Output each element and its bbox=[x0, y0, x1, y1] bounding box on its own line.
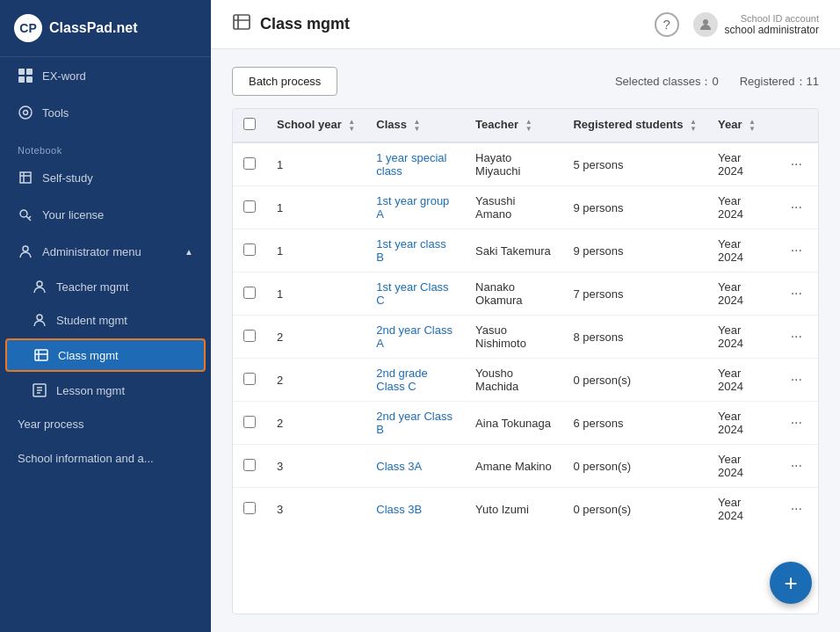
row-class: 1st year class B bbox=[366, 229, 465, 272]
tool-icon bbox=[18, 105, 33, 120]
table-row: 1 1 year special class Hayato Miyauchi 5… bbox=[233, 142, 818, 186]
row-menu-button[interactable]: ··· bbox=[786, 370, 807, 389]
class-link[interactable]: 1st year Class C bbox=[376, 280, 448, 307]
sidebar-item-school-info[interactable]: School information and a... bbox=[0, 441, 211, 476]
teacher-mgmt-label: Teacher mgmt bbox=[56, 280, 128, 294]
svg-rect-0 bbox=[18, 69, 25, 75]
row-teacher: Yousho Machida bbox=[465, 359, 562, 402]
row-registered: 8 persons bbox=[562, 316, 707, 359]
sidebar: CP ClassPad.net EX-word Tools Notebook S… bbox=[0, 0, 211, 632]
row-teacher: Hayato Miyauchi bbox=[465, 142, 562, 186]
student-icon bbox=[32, 312, 47, 328]
th-registered-students[interactable]: Registered students ▲▼ bbox=[562, 109, 707, 142]
row-menu-button[interactable]: ··· bbox=[786, 155, 807, 174]
table-row: 2 2nd grade Class C Yousho Machida 0 per… bbox=[233, 359, 818, 402]
logo-icon: CP bbox=[14, 14, 42, 42]
row-menu-button[interactable]: ··· bbox=[786, 327, 807, 346]
logo-text: ClassPad.net bbox=[49, 20, 137, 36]
header-right: ? School ID account school administrator bbox=[655, 12, 819, 37]
row-actions: ··· bbox=[775, 402, 818, 445]
class-link[interactable]: 1st year class B bbox=[376, 237, 445, 264]
year-process-label: Year process bbox=[18, 418, 83, 431]
row-class: 1st year group A bbox=[366, 186, 465, 229]
class-link[interactable]: 1 year special class bbox=[376, 151, 446, 178]
row-school-year: 1 bbox=[266, 229, 366, 272]
sidebar-item-your-license[interactable]: Your license bbox=[0, 196, 211, 233]
row-checkbox-cell bbox=[233, 272, 266, 316]
row-checkbox[interactable] bbox=[243, 502, 256, 514]
row-school-year: 2 bbox=[266, 316, 366, 359]
class-link[interactable]: Class 3A bbox=[376, 460, 422, 473]
row-class: Class 3A bbox=[366, 445, 465, 488]
row-class: 1 year special class bbox=[366, 142, 465, 186]
row-menu-button[interactable]: ··· bbox=[786, 198, 807, 217]
sidebar-item-class-mgmt[interactable]: Class mgmt bbox=[5, 338, 206, 372]
table-header-row: School year ▲▼ Class ▲▼ Teacher ▲▼ bbox=[233, 109, 818, 142]
table-row: 2 2nd year Class A Yasuo Nishimoto 8 per… bbox=[233, 316, 818, 359]
svg-point-13 bbox=[703, 19, 708, 25]
sidebar-admin-menu[interactable]: Administrator menu ▲ bbox=[0, 233, 211, 270]
th-actions bbox=[775, 109, 818, 142]
user-id: School ID account bbox=[725, 13, 819, 24]
logo-area[interactable]: CP ClassPad.net bbox=[0, 0, 211, 57]
svg-point-6 bbox=[20, 210, 27, 217]
page-title: Class mgmt bbox=[260, 15, 350, 33]
class-link[interactable]: Class 3B bbox=[376, 503, 422, 516]
year-sort: ▲▼ bbox=[749, 119, 756, 133]
sidebar-item-year-process[interactable]: Year process bbox=[0, 407, 211, 441]
th-checkbox bbox=[233, 109, 266, 142]
sidebar-item-student-mgmt[interactable]: Student mgmt bbox=[0, 303, 211, 337]
th-class[interactable]: Class ▲▼ bbox=[366, 109, 465, 142]
svg-point-9 bbox=[37, 315, 42, 320]
row-checkbox[interactable] bbox=[243, 243, 256, 256]
row-checkbox[interactable] bbox=[243, 416, 256, 428]
row-checkbox[interactable] bbox=[243, 330, 256, 342]
row-menu-button[interactable]: ··· bbox=[786, 284, 807, 303]
sidebar-item-tools[interactable]: Tools bbox=[0, 94, 211, 131]
row-teacher: Aina Tokunaga bbox=[465, 402, 562, 445]
row-actions: ··· bbox=[775, 488, 818, 531]
row-menu-button[interactable]: ··· bbox=[786, 456, 807, 476]
row-teacher: Nanako Okamura bbox=[465, 272, 562, 316]
th-school-year[interactable]: School year ▲▼ bbox=[266, 109, 366, 142]
table-scroll[interactable]: School year ▲▼ Class ▲▼ Teacher ▲▼ bbox=[233, 109, 818, 614]
row-checkbox[interactable] bbox=[243, 287, 256, 299]
row-checkbox-cell bbox=[233, 359, 266, 402]
row-registered: 6 persons bbox=[562, 402, 707, 445]
sidebar-item-teacher-mgmt[interactable]: Teacher mgmt bbox=[0, 270, 211, 303]
row-checkbox-cell bbox=[233, 142, 266, 186]
select-all-checkbox[interactable] bbox=[243, 118, 256, 130]
row-menu-button[interactable]: ··· bbox=[786, 499, 807, 519]
grid-icon bbox=[18, 68, 33, 84]
row-checkbox[interactable] bbox=[243, 200, 256, 213]
class-link[interactable]: 2nd year Class B bbox=[376, 410, 453, 436]
row-menu-button[interactable]: ··· bbox=[786, 241, 807, 260]
main-content: Class mgmt ? School ID account school ad… bbox=[211, 0, 840, 632]
batch-process-button[interactable]: Batch process bbox=[232, 67, 337, 96]
sidebar-item-self-study[interactable]: Self-study bbox=[0, 159, 211, 196]
row-actions: ··· bbox=[775, 186, 818, 229]
row-year: Year 2024 bbox=[707, 359, 775, 402]
row-registered: 5 persons bbox=[562, 142, 707, 186]
sidebar-item-lesson-mgmt[interactable]: Lesson mgmt bbox=[0, 374, 211, 407]
svg-rect-1 bbox=[26, 69, 33, 75]
row-school-year: 3 bbox=[266, 445, 366, 488]
class-link[interactable]: 2nd year Class A bbox=[376, 323, 453, 350]
row-teacher: Yasuo Nishimoto bbox=[465, 316, 562, 359]
row-school-year: 2 bbox=[266, 402, 366, 445]
add-fab-button[interactable]: + bbox=[770, 562, 812, 604]
row-menu-button[interactable]: ··· bbox=[786, 413, 807, 432]
class-link[interactable]: 2nd grade Class C bbox=[376, 367, 428, 393]
help-button[interactable]: ? bbox=[655, 12, 679, 37]
teacher-sort: ▲▼ bbox=[525, 119, 532, 133]
th-teacher[interactable]: Teacher ▲▼ bbox=[465, 109, 562, 142]
user-info[interactable]: School ID account school administrator bbox=[693, 12, 819, 37]
th-year[interactable]: Year ▲▼ bbox=[707, 109, 775, 142]
row-checkbox[interactable] bbox=[243, 157, 256, 170]
row-checkbox[interactable] bbox=[243, 373, 256, 385]
sidebar-item-ex-word[interactable]: EX-word bbox=[0, 57, 211, 94]
row-checkbox-cell bbox=[233, 316, 266, 359]
row-checkbox[interactable] bbox=[243, 459, 256, 471]
class-link[interactable]: 1st year group A bbox=[376, 194, 449, 221]
row-checkbox-cell bbox=[233, 186, 266, 229]
